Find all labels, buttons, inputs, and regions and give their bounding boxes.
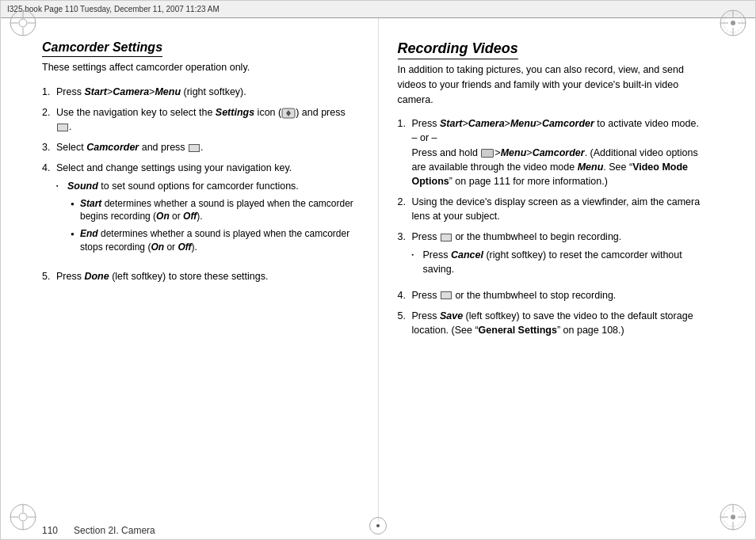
rstep-content-3: Press or the thumbwheel to begin recordi… [412,230,715,281]
rstep1-menu2: Menu [501,147,527,158]
btn-icon-step3 [189,144,200,152]
right-steps-list: 1. Press Start>Camera>Menu>Camcorder to … [398,116,715,337]
rstep-content-4: Press or the thumbwheel to stop recordin… [412,288,715,302]
rstep1-menu: Menu [510,118,536,129]
left-steps-list: 1. Press Start>Camera>Menu (right softke… [42,85,359,283]
rstep3-sub-list: ▪ Press Cancel (right softkey) to reset … [412,248,715,276]
general-settings-label: General Settings [479,325,557,336]
rstep1-menu3: Menu [578,162,604,173]
rstep-content-1: Press Start>Camera>Menu>Camcorder to act… [412,116,715,188]
left-step-1: 1. Press Start>Camera>Menu (right softke… [42,85,359,99]
main-content: Camcorder Settings These settings affect… [1,18,755,522]
left-column: Camcorder Settings These settings affect… [1,18,379,522]
left-step-5: 5. Press Done (left softkey) to store th… [42,269,359,283]
step1-menu: Menu [155,86,181,97]
sound-label: Sound [67,181,98,192]
dot-bullet-end: ● [71,230,80,238]
rstep1-camcorder2: Camcorder [533,147,585,158]
cancel-label: Cancel [451,249,483,260]
rstep-content-2: Using the device's display screen as a v… [412,195,715,223]
off-label-1: Off [183,211,197,222]
left-step-3: 3. Select Camcorder and press . [42,140,359,154]
sound-start-item: ● Start determines whether a sound is pl… [71,197,359,224]
rstep-num-5: 5. [398,309,412,337]
step-num-5: 5. [42,269,56,283]
off-label-2: Off [178,241,191,253]
right-intro: In addition to taking pictures, you can … [398,63,715,107]
header-bar: I325.book Page 110 Tuesday, December 11,… [1,1,755,18]
left-step-2: 2. Use the navigation key to select the … [42,105,359,134]
step3-camcorder: Camcorder [86,142,139,153]
camera-inline-icon [481,149,494,158]
step1-camera: Camera [113,86,149,97]
rstep-content-5: Press Save (left softkey) to save the vi… [412,309,715,337]
video-mode-options: Video Mode Options [412,162,689,187]
start-label: Start [80,198,101,209]
rstep-num-4: 4. [398,288,412,302]
right-step-5: 5. Press Save (left softkey) to save the… [398,309,715,337]
nav-icon [281,108,296,119]
bottom-circle-inner [376,524,380,527]
btn-icon-rstep3 [441,234,452,241]
end-label: End [80,228,98,239]
step-content-4: Select and change settings using your na… [56,161,359,262]
footer-spacer [58,525,74,536]
header-text: I325.book Page 110 Tuesday, December 11,… [7,5,220,13]
sub-bullet-sound: ▪ [56,182,67,190]
rstep1-start: Start [440,118,462,129]
right-step-1: 1. Press Start>Camera>Menu>Camcorder to … [398,116,715,188]
step4-sound-item: ▪ Sound to set sound options for camcord… [56,179,359,257]
rstep1-camera: Camera [468,118,505,129]
dot-bullet-start: ● [71,200,80,208]
rstep3-cancel-item: ▪ Press Cancel (right softkey) to reset … [412,248,715,276]
step-num-2: 2. [42,105,56,134]
left-intro: These settings affect camcorder operatio… [42,60,359,75]
right-column: Recording Videos In addition to taking p… [379,18,756,522]
sound-end-item: ● End determines whether a sound is play… [71,227,359,254]
page-container: I325.book Page 110 Tuesday, December 11,… [0,0,756,540]
rstep-num-3: 3. [398,230,412,281]
right-step-2: 2. Using the device's display screen as … [398,195,715,223]
rstep1-camcorder: Camcorder [542,118,594,129]
step-num-4: 4. [42,161,56,262]
sound-end-text: End determines whether a sound is played… [80,227,359,254]
left-section-title: Camcorder Settings [42,40,162,57]
left-step-4: 4. Select and change settings using your… [42,161,359,262]
bottom-circle [369,517,387,534]
step2-settings: Settings [216,107,254,118]
sound-start-text: Start determines whether a sound is play… [80,197,359,224]
on-label-1: On [156,211,170,222]
step-content-2: Use the navigation key to select the Set… [56,105,359,134]
step4-sound-text: Sound to set sound options for camcorder… [67,179,359,257]
on-label-2: On [151,241,164,253]
step-num-3: 3. [42,140,56,154]
done-label: Done [84,271,109,282]
or-separator: – or – [412,132,437,143]
save-label: Save [440,310,463,321]
step-content-3: Select Camcorder and press . [56,140,359,154]
step-content-5: Press Done (left softkey) to store these… [56,269,359,283]
btn-icon-rstep4 [441,291,452,299]
step1-start: Start [84,86,106,97]
footer-section: Section 2I. Camera [74,525,155,536]
rstep-num-1: 1. [398,116,412,188]
step-content-1: Press Start>Camera>Menu (right softkey). [56,85,359,99]
right-step-3: 3. Press or the thumbwheel to begin reco… [398,230,715,281]
sound-sub-list: ● Start determines whether a sound is pl… [67,197,359,254]
rstep-num-2: 2. [398,195,412,223]
footer-page-num: 110 [42,525,58,536]
right-section-title: Recording Videos [398,40,518,59]
right-step-4: 4. Press or the thumbwheel to stop recor… [398,288,715,302]
btn-icon-step2 [57,124,68,131]
bottom-center-decoration [369,517,387,534]
rstep3-cancel-text: Press Cancel (right softkey) to reset th… [423,248,715,276]
step4-sub-list: ▪ Sound to set sound options for camcord… [56,179,359,257]
step-num-1: 1. [42,85,56,99]
sub-bullet-cancel: ▪ [412,251,423,259]
